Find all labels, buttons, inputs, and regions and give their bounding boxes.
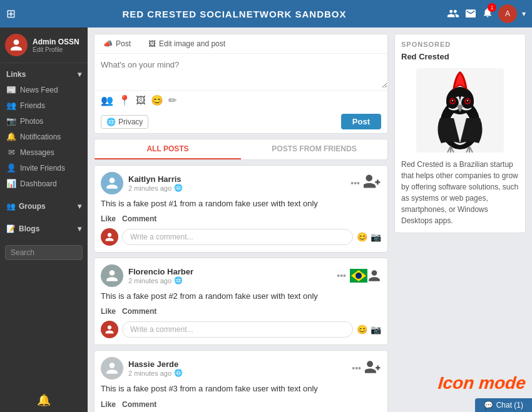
user-add-icon-3[interactable] — [365, 359, 381, 378]
sidebar-bell-icon[interactable]: 🔔 — [37, 393, 51, 407]
links-section: Links ▾ 📰 News Feed 👥 Friends 📷 Photos 🔔… — [0, 63, 88, 195]
post-text-3: This is a fake post #3 from a random fak… — [101, 383, 381, 394]
sidebar-item-invite-friends[interactable]: 👤 Invite Friends — [0, 160, 88, 176]
add-friend-icon-btn[interactable] — [447, 7, 459, 21]
comment-photo-icon-1[interactable]: 📷 — [371, 232, 381, 242]
post-card-1: Kaitlyn Harris 2 minutes ago 🌐 ••• — [94, 165, 388, 253]
like-button-2[interactable]: Like — [101, 307, 116, 316]
notification-badge: 1 — [488, 3, 496, 12]
sponsored-box: SPONSORED Red Crested — [394, 34, 526, 233]
privacy-button[interactable]: 🌐 Privacy — [101, 115, 148, 129]
comment-icons-1: 😊 📷 — [357, 232, 381, 242]
pen-icon[interactable]: ✏ — [168, 94, 176, 106]
post-user-info-2: Florencio Harber 2 minutes ago 🌐 — [101, 264, 193, 287]
tab-posts-from-friends[interactable]: POSTS FROM FRIENDS — [241, 139, 387, 159]
sidebar-item-friends[interactable]: 👥 Friends — [0, 98, 88, 113]
sponsored-name: Red Crested — [401, 52, 519, 61]
comment-input-1[interactable] — [122, 229, 353, 245]
user-add-icon-1[interactable] — [364, 173, 381, 194]
comment-button-2[interactable]: Comment — [122, 307, 156, 316]
comment-avatar-2 — [101, 321, 118, 338]
groups-label: Groups — [19, 202, 46, 211]
post-header-actions-1: ••• — [350, 173, 381, 194]
sidebar-notifications-label: Notifications — [20, 133, 61, 141]
post-user-info-3: Hassie Jerde 2 minutes ago 🌐 — [101, 357, 183, 379]
post-user-name-1[interactable]: Kaitlyn Harris — [128, 174, 183, 184]
edit-image-icon: 🖼 — [148, 39, 156, 48]
post-tab-label: Post — [116, 39, 131, 48]
comment-input-2[interactable] — [122, 321, 353, 338]
header-avatar[interactable]: A — [498, 4, 517, 23]
red-crested-bird-image[interactable] — [401, 66, 519, 154]
invite-icon: 👤 — [6, 163, 16, 173]
svg-point-14 — [452, 100, 453, 101]
groups-section-header[interactable]: 👥 Groups ▾ — [0, 199, 88, 214]
post-avatar-3[interactable] — [101, 357, 123, 379]
chat-bar[interactable]: 💬 Chat (1) — [475, 398, 532, 412]
notifications-icon-btn[interactable]: 1 — [482, 6, 493, 21]
post-box-tabs: 📣 Post 🖼 Edit image and post — [95, 34, 387, 54]
post-text-2: This is a fake post #2 from a random fak… — [101, 291, 381, 302]
sidebar-item-notifications[interactable]: 🔔 Notifications — [0, 129, 88, 144]
post-links-2: Like Comment — [101, 307, 381, 316]
content-area: 📣 Post 🖼 Edit image and post 👥 📍 🖼 😊 ✏ — [88, 28, 532, 412]
links-section-header[interactable]: Links ▾ — [0, 67, 88, 82]
comment-button-3[interactable]: Comment — [122, 400, 156, 409]
newsfeed-icon: 📰 — [6, 85, 16, 94]
sponsored-column: SPONSORED Red Crested — [394, 34, 526, 406]
post-footer: 🌐 Privacy Post — [95, 110, 387, 133]
sidebar-avatar[interactable] — [5, 34, 28, 56]
blogs-label: Blogs — [19, 224, 39, 233]
post-user-info-1: Kaitlyn Harris 2 minutes ago 🌐 — [101, 172, 183, 194]
post-avatar-2[interactable] — [101, 264, 123, 287]
emoji-icon[interactable]: 😊 — [151, 94, 163, 106]
post-avatar-1[interactable] — [101, 172, 123, 194]
search-input[interactable] — [5, 245, 83, 260]
blogs-section-header[interactable]: 📝 Blogs ▾ — [0, 221, 88, 236]
globe-icon: 🌐 — [106, 118, 116, 126]
post-time-1: 2 minutes ago — [128, 184, 171, 192]
location-icon[interactable]: 📍 — [118, 94, 131, 106]
photo-icon[interactable]: 🖼 — [136, 95, 146, 106]
post-links-1: Like Comment — [101, 214, 381, 223]
tab-edit-image[interactable]: 🖼 Edit image and post — [140, 34, 234, 53]
icon-mode-banner: Icon mode — [437, 373, 527, 393]
svg-point-2 — [356, 273, 362, 279]
comment-emoji-icon-1[interactable]: 😊 — [357, 232, 367, 242]
privacy-label: Privacy — [118, 118, 143, 126]
blogs-arrow-icon: ▾ — [78, 224, 81, 233]
post-dots-1[interactable]: ••• — [350, 178, 360, 188]
like-button-3[interactable]: Like — [101, 400, 116, 409]
post-dots-3[interactable]: ••• — [352, 363, 361, 373]
comment-emoji-icon-2[interactable]: 😊 — [357, 324, 367, 334]
post-actions-row: 👥 📍 🖼 😊 ✏ — [95, 90, 387, 110]
mail-icon-btn[interactable] — [464, 8, 477, 20]
tab-all-posts[interactable]: ALL POSTS — [95, 139, 241, 159]
sidebar-item-dashboard[interactable]: 📊 Dashboard — [0, 176, 88, 191]
user-flag-icon-2[interactable] — [350, 269, 381, 283]
blogs-section: 📝 Blogs ▾ — [0, 218, 88, 240]
sidebar-item-messages[interactable]: ✉ Messages — [0, 144, 88, 160]
post-user-name-2[interactable]: Florencio Harber — [128, 267, 193, 276]
sidebar-item-photos[interactable]: 📷 Photos — [0, 113, 88, 129]
sidebar-item-newsfeed[interactable]: 📰 News Feed — [0, 82, 88, 98]
grid-icon[interactable]: ⊞ — [6, 7, 16, 21]
post-user-name-3[interactable]: Hassie Jerde — [128, 359, 183, 369]
post-textarea[interactable] — [95, 54, 387, 88]
dropdown-arrow-icon[interactable]: ▾ — [522, 9, 526, 18]
comment-photo-icon-2[interactable]: 📷 — [371, 324, 381, 334]
like-button-1[interactable]: Like — [101, 214, 116, 223]
tab-post[interactable]: 📣 Post — [95, 34, 140, 53]
post-submit-button[interactable]: Post — [341, 114, 381, 129]
post-header-1: Kaitlyn Harris 2 minutes ago 🌐 ••• — [101, 172, 381, 194]
tag-people-icon[interactable]: 👥 — [101, 94, 113, 106]
comment-button-1[interactable]: Comment — [122, 214, 156, 223]
dashboard-icon: 📊 — [6, 179, 16, 188]
sidebar-photos-label: Photos — [20, 117, 43, 126]
edit-profile-link[interactable]: Edit Profile — [33, 46, 79, 53]
edit-tab-label: Edit image and post — [159, 39, 225, 48]
svg-point-11 — [467, 100, 468, 101]
friends-icon: 👥 — [6, 101, 16, 110]
chat-label: Chat (1) — [496, 401, 523, 409]
post-dots-2[interactable]: ••• — [337, 271, 346, 281]
